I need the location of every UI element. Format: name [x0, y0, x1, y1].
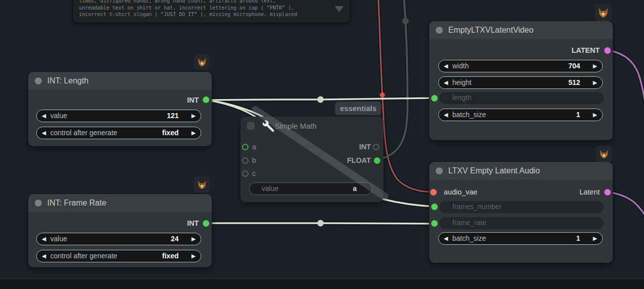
link-dot[interactable]: [380, 92, 385, 98]
fox-icon: [197, 57, 207, 67]
collapse-dot-icon[interactable]: [436, 167, 443, 174]
output-label-latent: Latent: [580, 188, 600, 196]
widget-label: width: [452, 62, 469, 70]
widget-label: batch_size: [452, 234, 486, 242]
frame-rate-converted-input[interactable]: frame_rate: [439, 217, 604, 229]
frame-rate-input-socket[interactable]: [431, 220, 438, 227]
decrement-arrow-icon[interactable]: ◀: [444, 233, 448, 244]
fox-badge[interactable]: [194, 176, 210, 192]
output-label-latent: LATENT: [572, 46, 600, 54]
simple-math-a-input-socket[interactable]: [242, 144, 249, 150]
collapse-dot-icon[interactable]: [436, 27, 443, 34]
input-label: frame_rate: [452, 219, 487, 227]
fox-icon: [197, 179, 207, 190]
widget-value: 1: [576, 111, 580, 119]
widget-value: fixed: [162, 252, 179, 260]
node-graph-canvas[interactable]: INT: Length INT ◀ value 121 ▶ ◀ control …: [0, 0, 644, 289]
control-after-generate-widget[interactable]: ◀ control after generate fixed ▶: [36, 127, 201, 139]
batch-size-widget[interactable]: ◀ batch_size 1 ▶: [438, 232, 603, 245]
input-label-a: a: [252, 143, 256, 151]
node-audio-header[interactable]: LTXV Empty Latent Audio: [429, 162, 613, 180]
node-int-frame-rate-header[interactable]: INT: Frame Rate: [28, 194, 212, 212]
decrement-arrow-icon[interactable]: ◀: [444, 77, 448, 88]
value-widget[interactable]: value a: [249, 182, 372, 195]
wrench-icon: [258, 116, 276, 134]
widget-value: 704: [569, 62, 580, 70]
widget-label: value: [262, 184, 278, 192]
latent-audio-output-socket[interactable]: [604, 189, 611, 196]
widget-value: fixed: [162, 129, 179, 137]
collapse-dot-icon[interactable]: [247, 122, 255, 130]
value-widget[interactable]: ◀ value 24 ▶: [36, 233, 201, 245]
node-title: INT: Frame Rate: [47, 199, 106, 208]
value-widget[interactable]: ◀ value 121 ▶: [36, 110, 201, 122]
prompt-line: limbs, disfigured hands, wrong hand coun…: [79, 0, 333, 5]
fox-badge[interactable]: [595, 4, 612, 21]
input-label-audio-vae: audio_vae: [444, 188, 477, 196]
widget-label: control after generate: [50, 129, 117, 137]
collapse-dot-icon[interactable]: [35, 200, 42, 207]
length-input-socket[interactable]: [431, 95, 438, 102]
simple-math-int-output-socket[interactable]: [373, 144, 379, 150]
fox-badge[interactable]: [596, 146, 612, 162]
input-label-b: b: [252, 156, 256, 164]
essentials-badge: essentials: [335, 102, 381, 115]
height-widget[interactable]: ◀ height 512 ▶: [438, 76, 603, 89]
widget-label: value: [50, 112, 67, 120]
widget-label: batch_size: [452, 111, 486, 119]
fox-icon: [599, 149, 609, 159]
node-int-length-header[interactable]: INT: Length: [28, 72, 212, 90]
frames-number-input-socket[interactable]: [431, 204, 438, 210]
chevron-down-icon[interactable]: [335, 6, 344, 12]
widget-value: 24: [171, 235, 179, 243]
widget-label: height: [452, 78, 471, 86]
collapse-dot-icon[interactable]: [35, 77, 42, 84]
link-dot[interactable]: [317, 220, 324, 227]
batch-size-widget[interactable]: ◀ batch_size 1 ▶: [438, 109, 603, 121]
prompt-line: unreadable text on shirt or hat, incorre…: [79, 5, 333, 12]
next-arrow-icon[interactable]: ▶: [192, 250, 196, 261]
link-dot[interactable]: [403, 18, 409, 25]
node-int-length: INT: Length INT ◀ value 121 ▶ ◀ control …: [28, 72, 212, 146]
int-frame-rate-output-socket[interactable]: [203, 220, 209, 227]
increment-arrow-icon[interactable]: ▶: [593, 77, 597, 88]
input-label-c: c: [252, 169, 256, 177]
next-arrow-icon[interactable]: ▶: [192, 127, 196, 138]
simple-math-float-output-socket[interactable]: [374, 157, 380, 164]
widget-value: 1: [576, 234, 580, 242]
decrement-arrow-icon[interactable]: ◀: [42, 110, 46, 121]
increment-arrow-icon[interactable]: ▶: [593, 109, 597, 120]
widget-value: 121: [167, 112, 179, 120]
input-label: length: [452, 93, 471, 102]
node-empty-ltxv-header[interactable]: EmptyLTXVLatentVideo: [429, 21, 613, 39]
output-label-float: FLOAT: [347, 156, 371, 164]
prompt-text-node[interactable]: limbs, disfigured hands, wrong hand coun…: [73, 0, 350, 23]
widget-value: 512: [569, 78, 580, 86]
decrement-arrow-icon[interactable]: ◀: [42, 233, 46, 244]
decrement-arrow-icon[interactable]: ◀: [444, 109, 448, 120]
latent-video-output-socket[interactable]: [604, 47, 611, 54]
link-dot[interactable]: [317, 97, 324, 103]
length-converted-input[interactable]: length: [439, 92, 604, 104]
increment-arrow-icon[interactable]: ▶: [593, 60, 597, 71]
audio-vae-input-socket[interactable]: [430, 189, 437, 196]
widget-value: a: [353, 184, 357, 192]
prev-arrow-icon[interactable]: ◀: [42, 127, 46, 138]
decrement-arrow-icon[interactable]: ◀: [444, 60, 448, 71]
increment-arrow-icon[interactable]: ▶: [192, 110, 196, 121]
frames-number-converted-input[interactable]: frames_number: [439, 201, 604, 213]
node-title: INT: Length: [47, 76, 89, 85]
simple-math-c-input-socket[interactable]: [242, 170, 249, 177]
width-widget[interactable]: ◀ width 704 ▶: [438, 60, 603, 72]
increment-arrow-icon[interactable]: ▶: [192, 233, 196, 244]
input-label: frames_number: [452, 203, 502, 211]
output-label-int: INT: [187, 219, 199, 227]
simple-math-b-input-socket[interactable]: [242, 157, 249, 164]
control-after-generate-widget[interactable]: ◀ control after generate fixed ▶: [36, 250, 201, 262]
widget-label: value: [50, 235, 67, 243]
int-length-output-socket[interactable]: [203, 97, 209, 103]
node-empty-ltxv-latent-video: EmptyLTXVLatentVideo LATENT ◀ width 704 …: [429, 21, 613, 140]
increment-arrow-icon[interactable]: ▶: [593, 233, 597, 244]
prev-arrow-icon[interactable]: ◀: [42, 250, 46, 261]
fox-badge[interactable]: [194, 54, 210, 70]
